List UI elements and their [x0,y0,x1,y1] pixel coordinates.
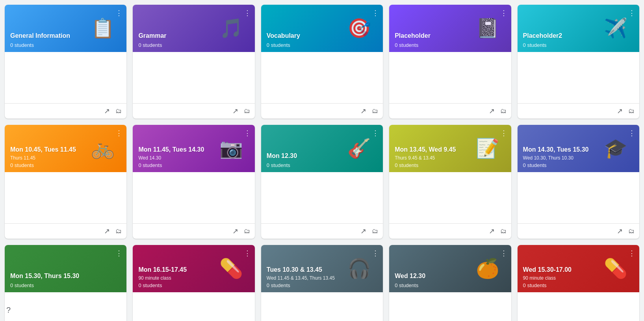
card-footer: ↗ 🗂 [389,223,511,239]
chart-icon[interactable]: ↗ [104,227,110,236]
card-title: Grammar [138,32,249,40]
chart-icon[interactable]: ↗ [489,107,495,115]
card-title: Mon 10.45, Tues 11.45 [10,146,121,154]
card-title: Mon 15.30, Thurs 15.30 [10,272,121,280]
card-menu-icon[interactable]: ⋮ [372,9,379,17]
card-wed-1230[interactable]: ⋮ 🍊 Wed 12.30 0 students ↗ 🗂 [389,245,511,321]
card-header-mon-1430-tues-1530: ⋮ 🎓 Mon 14.30, Tues 15.30 Wed 10.30, Thu… [518,125,639,172]
card-body [389,292,511,321]
card-students: 0 students [267,162,377,168]
card-body [5,292,126,321]
card-footer: ↗ 🗂 [518,103,639,119]
card-menu-icon[interactable]: ⋮ [372,129,379,137]
card-body [518,292,639,321]
card-menu-icon[interactable]: ⋮ [372,249,379,258]
card-mon-1045-tues-1145[interactable]: ⋮ 🚲 Mon 10.45, Tues 11.45 Thurs 11.45 0 … [5,125,126,239]
card-placeholder[interactable]: ⋮ 📓 Placeholder 0 students ↗ 🗂 [389,5,511,119]
card-menu-icon[interactable]: ⋮ [628,249,635,258]
card-mon-1345-wed-945[interactable]: ⋮ 📝 Mon 13.45, Wed 9.45 Thurs 9.45 & 13.… [389,125,511,239]
card-footer: ↗ 🗂 [133,103,254,119]
chart-icon[interactable]: ↗ [360,227,366,236]
folder-icon[interactable]: 🗂 [372,228,378,235]
card-mon-1530-thurs-1530[interactable]: ⋮ Mon 15.30, Thurs 15.30 0 students ↗ 🗂 [5,245,126,321]
card-grammar[interactable]: ⋮ 🎵 Grammar 0 students ↗ 🗂 [133,5,254,119]
chart-icon[interactable]: ↗ [617,107,623,115]
card-placeholder2[interactable]: ⋮ ✈️ Placeholder2 0 students ↗ 🗂 [518,5,639,119]
card-subtitle: Wed 11.45 & 13.45, Thurs 13.45 [267,275,377,282]
folder-icon[interactable]: 🗂 [244,108,250,115]
card-students: 0 students [395,282,505,288]
card-title: Mon 14.30, Tues 15.30 [523,146,634,154]
card-header-mon-1615-1745: ⋮ 💊 Mon 16.15-17.45 90 minute class 0 st… [133,245,254,292]
card-footer: ↗ 🗂 [261,223,383,239]
card-header-placeholder2: ⋮ ✈️ Placeholder2 0 students [518,5,639,52]
card-subtitle: Wed 14.30 [138,155,249,161]
folder-icon[interactable]: 🗂 [244,228,250,235]
card-students: 0 students [138,42,249,48]
folder-icon[interactable]: 🗂 [372,108,378,115]
chart-icon[interactable]: ↗ [232,107,238,115]
card-mon-1145-tues-1430[interactable]: ⋮ 📷 Mon 11.45, Tues 14.30 Wed 14.30 0 st… [133,125,254,239]
cards-grid: ⋮ 📋 General Information 0 students ↗ 🗂 ⋮… [5,5,639,321]
help-button[interactable]: ? [6,306,11,315]
card-menu-icon[interactable]: ⋮ [628,129,635,137]
folder-icon[interactable]: 🗂 [628,108,635,115]
card-title: Placeholder [395,32,505,40]
chart-icon[interactable]: ↗ [489,227,495,236]
card-subtitle: Thurs 11.45 [10,155,121,161]
chart-icon[interactable]: ↗ [104,107,110,115]
card-body [261,52,383,103]
card-tues-1030-1345[interactable]: ⋮ 🎧 Tues 10.30 & 13.45 Wed 11.45 & 13.45… [261,245,383,321]
card-mon-1430-tues-1530[interactable]: ⋮ 🎓 Mon 14.30, Tues 15.30 Wed 10.30, Thu… [518,125,639,239]
card-body [5,172,126,223]
card-title: Placeholder2 [523,32,634,40]
card-menu-icon[interactable]: ⋮ [500,129,507,137]
card-menu-icon[interactable]: ⋮ [115,249,122,258]
folder-icon[interactable]: 🗂 [628,228,635,235]
card-menu-icon[interactable]: ⋮ [244,249,251,258]
folder-icon[interactable]: 🗂 [500,108,507,115]
card-header-tues-1030-1345: ⋮ 🎧 Tues 10.30 & 13.45 Wed 11.45 & 13.45… [261,245,383,292]
card-students: 0 students [267,42,377,48]
card-title: Mon 11.45, Tues 14.30 [138,146,249,154]
chart-icon[interactable]: ↗ [617,227,623,236]
folder-icon[interactable]: 🗂 [115,108,122,115]
card-body [133,52,254,103]
card-students: 0 students [10,162,121,168]
card-header-general-information: ⋮ 📋 General Information 0 students [5,5,126,52]
folder-icon[interactable]: 🗂 [500,228,507,235]
card-menu-icon[interactable]: ⋮ [244,129,251,137]
card-students: 0 students [523,282,634,288]
card-title: Mon 12.30 [267,152,377,160]
card-mon-1615-1745[interactable]: ⋮ 💊 Mon 16.15-17.45 90 minute class 0 st… [133,245,254,321]
card-body [261,172,383,223]
card-students: 0 students [10,282,121,288]
card-body [518,172,639,223]
card-menu-icon[interactable]: ⋮ [500,9,507,17]
card-mon-1230[interactable]: ⋮ 🎸 Mon 12.30 0 students ↗ 🗂 [261,125,383,239]
card-footer: ↗ 🗂 [261,103,383,119]
card-vocabulary[interactable]: ⋮ 🎯 Vocabulary 0 students ↗ 🗂 [261,5,383,119]
card-subtitle: 90 minute class [138,275,249,282]
card-menu-icon[interactable]: ⋮ [628,9,635,17]
card-students: 0 students [523,42,634,48]
card-students: 0 students [138,282,249,288]
chart-icon[interactable]: ↗ [360,107,366,115]
card-footer: ↗ 🗂 [518,223,639,239]
card-menu-icon[interactable]: ⋮ [500,249,507,258]
chart-icon[interactable]: ↗ [232,227,238,236]
card-body [5,52,126,103]
card-subtitle: Thurs 9.45 & 13.45 [395,155,505,161]
card-general-information[interactable]: ⋮ 📋 General Information 0 students ↗ 🗂 [5,5,126,119]
card-wed-1530-1700[interactable]: ⋮ 💊 Wed 15.30-17.00 90 minute class 0 st… [518,245,639,321]
card-menu-icon[interactable]: ⋮ [115,129,122,137]
card-body [389,52,511,103]
card-body [133,292,254,321]
card-menu-icon[interactable]: ⋮ [115,9,122,17]
card-header-wed-1530-1700: ⋮ 💊 Wed 15.30-17.00 90 minute class 0 st… [518,245,639,292]
card-header-grammar: ⋮ 🎵 Grammar 0 students [133,5,254,52]
card-header-mon-1530-thurs-1530: ⋮ Mon 15.30, Thurs 15.30 0 students [5,245,126,292]
folder-icon[interactable]: 🗂 [115,228,122,235]
card-students: 0 students [395,162,505,168]
card-menu-icon[interactable]: ⋮ [244,9,251,17]
